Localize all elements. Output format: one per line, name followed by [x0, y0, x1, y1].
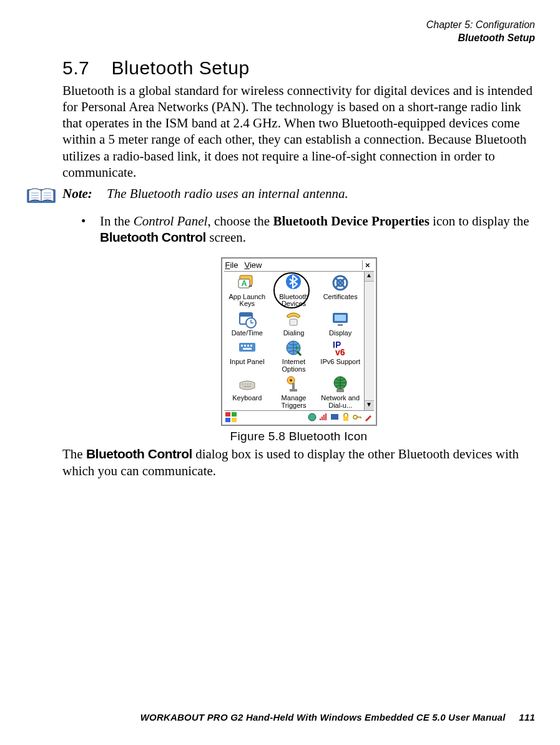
keyboard-icon: [237, 374, 257, 394]
svg-rect-17: [247, 345, 249, 347]
svg-rect-29: [225, 412, 230, 417]
section-heading: 5.7 Bluetooth Setup: [62, 57, 535, 79]
section-number: 5.7: [62, 57, 89, 78]
svg-rect-16: [244, 345, 246, 347]
date-time-icon: [237, 309, 257, 329]
icon-label: App Launch Keys: [228, 293, 265, 308]
display-icon: [330, 309, 350, 329]
svg-rect-14: [239, 343, 255, 352]
scrollbar[interactable]: ▲ ▼: [364, 272, 374, 411]
note-text: Note: The Bluetooth radio uses an intern…: [62, 185, 348, 202]
tray-screen-icon[interactable]: [330, 413, 339, 422]
icon-network-dialup[interactable]: Network and Dial-u...: [317, 374, 364, 409]
bullet-marker: •: [81, 213, 100, 229]
intro-paragraph: Bluetooth is a global standard for wirel…: [62, 82, 535, 181]
bt-control-term-2: Bluetooth Control: [86, 447, 192, 461]
control-panel-window: File View × A App Launch Keys: [221, 257, 377, 427]
ipv6-support-icon: IPv6: [330, 338, 350, 358]
tray-lock-icon[interactable]: [341, 413, 350, 422]
header-chapter: Chapter 5: Configuration: [62, 19, 535, 32]
icon-certificates[interactable]: Certificates: [317, 273, 364, 308]
close-button[interactable]: ×: [362, 260, 373, 270]
tray-pen-icon[interactable]: [364, 413, 373, 422]
figure: File View × A App Launch Keys: [62, 257, 535, 444]
bullet-text: In the Control Panel, choose the Bluetoo…: [100, 213, 535, 246]
svg-rect-34: [331, 414, 338, 420]
bullet-item: • In the Control Panel, choose the Bluet…: [81, 213, 535, 246]
svg-rect-31: [225, 418, 230, 422]
icon-keyboard[interactable]: Keyboard: [224, 374, 271, 409]
svg-rect-15: [241, 345, 243, 347]
running-header: Chapter 5: Configuration Bluetooth Setup: [62, 19, 535, 45]
svg-rect-18: [250, 345, 252, 347]
tray-network-icon[interactable]: [308, 413, 317, 422]
icon-dialing[interactable]: Dialing: [270, 309, 317, 337]
svg-point-24: [290, 379, 292, 382]
icon-label: Display: [329, 329, 351, 337]
after-paragraph: The Bluetooth Control dialog box is used…: [62, 446, 535, 479]
svg-point-36: [353, 415, 357, 419]
note-label: Note:: [62, 186, 92, 201]
bt-control-term: Bluetooth Control: [100, 230, 206, 244]
svg-text:v6: v6: [335, 347, 345, 357]
icon-bluetooth-devices[interactable]: Bluetooth Devices: [270, 273, 317, 308]
internet-options-icon: [283, 338, 303, 358]
icon-label: Network and Dial-u...: [321, 394, 360, 409]
start-button[interactable]: [225, 412, 237, 422]
bluetooth-devices-icon: [283, 273, 303, 293]
svg-rect-19: [243, 348, 252, 350]
manage-triggers-icon: [283, 374, 303, 394]
menu-file[interactable]: File: [225, 260, 238, 270]
system-tray: [308, 413, 373, 422]
app-launch-keys-icon: A: [237, 273, 257, 293]
icon-display[interactable]: Display: [317, 309, 364, 337]
icon-internet-options[interactable]: Internet Options: [270, 338, 317, 373]
page: Chapter 5: Configuration Bluetooth Setup…: [0, 0, 560, 745]
svg-rect-35: [343, 417, 348, 421]
input-panel-icon: [237, 338, 257, 358]
menu-view[interactable]: View: [244, 260, 262, 270]
icon-grid: A App Launch Keys Bluetooth Devices: [224, 272, 364, 411]
panel-body: A App Launch Keys Bluetooth Devices: [224, 272, 374, 411]
taskbar: [224, 410, 374, 423]
scroll-up-arrow[interactable]: ▲: [365, 272, 374, 282]
note-block: Note: The Bluetooth radio uses an intern…: [26, 185, 535, 207]
icon-app-launch-keys[interactable]: A App Launch Keys: [224, 273, 271, 308]
figure-caption: Figure 5.8 Bluetooth Icon: [62, 430, 535, 443]
svg-rect-32: [232, 418, 237, 422]
bdp-term: Bluetooth Device Properties: [273, 214, 429, 229]
svg-rect-10: [290, 319, 297, 325]
page-number: 111: [519, 712, 535, 723]
icon-label: Dialing: [283, 329, 305, 337]
icon-input-panel[interactable]: Input Panel: [224, 338, 271, 373]
note-body: The Bluetooth radio uses an internal ant…: [107, 186, 348, 201]
tray-key-icon[interactable]: [353, 413, 361, 422]
certificates-icon: [330, 273, 350, 293]
icon-manage-triggers[interactable]: Manage Triggers: [270, 374, 317, 409]
icon-label: Input Panel: [230, 358, 265, 365]
control-panel-term: Control Panel: [134, 214, 208, 229]
tray-signal-icon[interactable]: [319, 413, 328, 422]
scroll-down-arrow[interactable]: ▼: [365, 400, 374, 410]
icon-ipv6-support[interactable]: IPv6 IPv6 Support: [317, 338, 364, 373]
icon-label: Internet Options: [282, 358, 306, 373]
svg-text:A: A: [241, 279, 247, 288]
icon-date-time[interactable]: Date/Time: [224, 309, 271, 337]
header-section: Bluetooth Setup: [62, 32, 535, 45]
svg-rect-26: [290, 389, 297, 392]
icon-label: Bluetooth Devices: [279, 293, 308, 308]
scroll-track[interactable]: [365, 282, 374, 401]
icon-label: Manage Triggers: [282, 394, 307, 409]
svg-rect-28: [336, 389, 344, 392]
section-title-text: Bluetooth Setup: [112, 57, 250, 78]
network-dialup-icon: [330, 374, 350, 394]
svg-rect-30: [232, 412, 237, 417]
svg-point-33: [308, 413, 316, 421]
svg-rect-8: [240, 313, 252, 317]
icon-label: Certificates: [323, 293, 358, 300]
svg-rect-13: [338, 324, 343, 326]
footer-text: WORKABOUT PRO G2 Hand-Held With Windows …: [140, 712, 506, 723]
svg-rect-12: [335, 315, 346, 321]
menu-bar: File View ×: [224, 260, 374, 272]
icon-label: Keyboard: [232, 394, 262, 402]
